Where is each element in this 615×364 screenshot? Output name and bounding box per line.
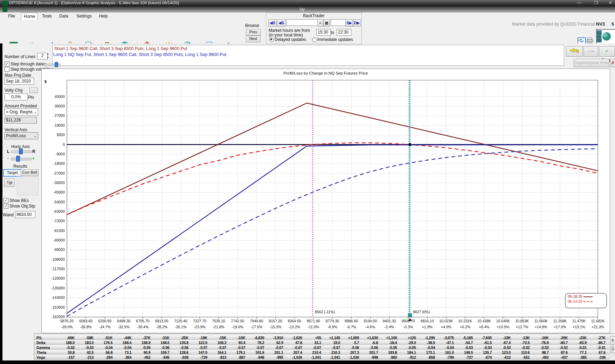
table-cell: -38.5: [415, 341, 435, 345]
delayed-updates-radio[interactable]: [269, 37, 274, 42]
table-cell: -0.07: [302, 345, 321, 350]
table-cell: 128.6: [169, 350, 188, 355]
minimize-button[interactable]: —: [577, 0, 581, 5]
table-cell: -1,026: [283, 355, 302, 359]
table-cell: -16K: [529, 336, 549, 340]
immediate-updates-radio[interactable]: [312, 37, 317, 42]
close-button[interactable]: ✓ Close: [599, 46, 615, 57]
child-restore-icon[interactable]: ❐: [610, 7, 614, 12]
table-cell: -0.05: [396, 345, 416, 350]
superimpose-prev-button[interactable]: Superimpose Prev: [574, 59, 609, 67]
strategy-line-1[interactable]: Short 1 Sep 9600 Call, Short 3 Sep 8500 …: [54, 46, 187, 51]
menu-settings[interactable]: Settings: [74, 13, 95, 20]
date-slider-thumb[interactable]: [55, 62, 58, 67]
number-of-lines-input[interactable]: 2: [37, 53, 48, 59]
legend-row-2: 06-14-20: [568, 299, 604, 303]
step-dates-checkbox[interactable]: ✓: [5, 62, 9, 66]
forward-button[interactable]: ○⇒: [583, 46, 598, 57]
window-left-edge: [0, 43, 2, 360]
maximize-button[interactable]: ❐: [594, 0, 598, 5]
skip-day-back-button[interactable]: ◀D: [268, 19, 277, 27]
menu-help[interactable]: Help: [96, 13, 111, 20]
vertical-axis-select[interactable]: Profit/Loss⌄: [5, 132, 38, 139]
table-cell: -10K: [491, 336, 511, 340]
vertical-axis-label: Vertical Axis: [5, 127, 27, 132]
delete-line-button[interactable]: ✗: [610, 59, 615, 67]
volty-chg-input[interactable]: 0.0%: [5, 93, 28, 100]
strategy-line-2[interactable]: Long 1 NQ Sep Fut, Short 1 Sep 9600 Call…: [53, 52, 226, 57]
back-button[interactable]: [566, 46, 583, 57]
price-pointer-icon: [408, 318, 412, 321]
child-minimize-icon[interactable]: –: [602, 7, 604, 11]
table-cell: 90.9: [131, 350, 151, 355]
chevron-down-icon: ⌄: [34, 133, 37, 139]
table-cell: 179.1: [226, 350, 245, 355]
wand-input[interactable]: 9633.50: [15, 211, 35, 218]
table-cell: -338: [586, 355, 606, 359]
table-cell: -364: [112, 355, 131, 359]
profit-loss-plot[interactable]: [42, 69, 610, 333]
table-cell: -674: [472, 355, 492, 359]
immediate-updates-label: Immediate updates: [317, 37, 353, 42]
title-bar[interactable]: OPTIONVUE 8 [Account 1] - [OptionVue 8 G…: [0, 0, 615, 6]
table-cell: +120: [396, 336, 416, 340]
show-bes-checkbox[interactable]: ✓: [4, 198, 8, 203]
target-tab[interactable]: Target: [3, 169, 21, 177]
browse-next-button[interactable]: Next: [246, 36, 261, 42]
table-cell: -25K: [169, 336, 188, 340]
skip-step-back-button[interactable]: ◀S: [277, 19, 285, 27]
table-cell: 173.1: [415, 350, 435, 355]
haxis-slider-thumb[interactable]: [19, 148, 23, 154]
table-cell: -44K: [112, 336, 131, 340]
table-cell: -0.06: [150, 345, 170, 350]
table-cell: -1,041: [302, 355, 321, 359]
table-expand-button[interactable]: ⇅: [610, 336, 615, 345]
table-cell: -0.07: [207, 345, 226, 350]
spinner-up-icon[interactable]: ▲▼: [47, 52, 49, 59]
wand-axis-marker[interactable]: [408, 314, 412, 317]
table-cell: -0.03: [74, 345, 94, 350]
table-cell: 33.1: [302, 341, 321, 345]
curr-bell-tab[interactable]: Curr Bell: [21, 169, 39, 176]
menu-data[interactable]: Data: [56, 13, 71, 20]
table-cell: -912: [396, 355, 416, 359]
amount-mode-select[interactable]: = Orig. Reqmt.⌄: [5, 108, 38, 115]
table-cell: -0.02: [529, 345, 549, 350]
close-window-button[interactable]: ✕: [609, 0, 612, 5]
step-forward-button[interactable]: S▶: [345, 19, 353, 27]
window-gradient-strip: Vy – ❐: [0, 6, 615, 13]
amount-value-field: $11,226: [5, 117, 37, 124]
max-proj-date-input[interactable]: Sep 18, 2020: [5, 78, 34, 85]
table-d-button[interactable]: D: [610, 346, 615, 353]
menu-home[interactable]: Home: [21, 13, 38, 20]
table-cell: -0.01: [586, 345, 606, 350]
date-decrement-button[interactable]: <: [317, 19, 323, 27]
menu-file[interactable]: File: [5, 13, 18, 20]
table-cell: 62.9: [264, 341, 283, 345]
table-cell: -51K: [93, 336, 112, 340]
check-icon: ✓: [605, 48, 609, 54]
volty-dots-button[interactable]: ...: [29, 88, 38, 93]
table-cell: -3,075: [434, 336, 454, 340]
table-cell: -27K: [586, 336, 606, 340]
market-open-input[interactable]: 15:30: [316, 29, 331, 36]
table-cell: -0.07: [283, 345, 302, 350]
table-cell: -0.03: [491, 345, 511, 350]
zoom-slider-thumb[interactable]: [16, 156, 20, 162]
table-cell: 47.8: [283, 341, 302, 345]
tgt-button[interactable]: Tgt: [4, 178, 15, 187]
backtrader-date-input[interactable]: [286, 19, 318, 26]
menu-tools[interactable]: Tools: [39, 13, 55, 20]
zoom-slider-track[interactable]: [11, 158, 32, 160]
market-hours-line1: Market hours are from: [269, 28, 310, 33]
backtrader-time-input[interactable]: [331, 19, 346, 26]
show-obj-checkbox[interactable]: ✓: [4, 204, 8, 209]
calendar-icon[interactable]: ▦: [323, 19, 330, 27]
step-vol-checkbox[interactable]: [5, 67, 9, 72]
day-forward-button[interactable]: D▶: [353, 19, 361, 27]
table-cell: -66K: [55, 336, 75, 340]
table-cell: +1,630: [358, 336, 378, 340]
strategy-list[interactable]: Short 1 Sep 9600 Call, Short 3 Sep 8500 …: [52, 45, 564, 66]
browse-prev-button[interactable]: Prev: [246, 29, 261, 36]
market-close-input[interactable]: 22:30: [337, 29, 351, 36]
